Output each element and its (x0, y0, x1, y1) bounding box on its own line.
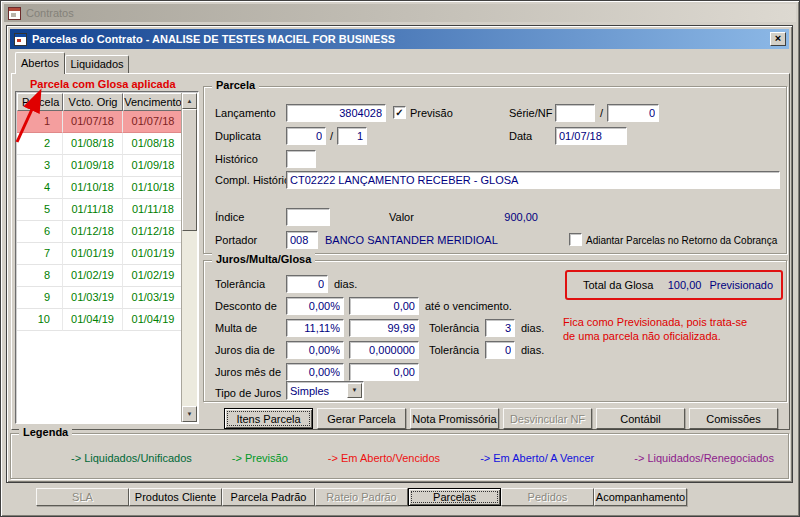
portador-name: BANCO SANTANDER MERIDIOAL (325, 234, 498, 246)
juros-dia-tolerancia-input[interactable] (485, 341, 515, 359)
grid-scrollbar[interactable]: ▲ ▼ (181, 93, 197, 422)
table-row[interactable]: 701/01/1901/01/19 (17, 243, 183, 265)
table-cell: 01/07/18 (63, 111, 123, 133)
multa-tolerancia-input[interactable] (485, 319, 515, 337)
acompanhamento-button[interactable]: Acompanhamento (594, 488, 687, 506)
tab-abertos[interactable]: Abertos (15, 52, 65, 74)
total-glosa-box: Total da Glosa 100,00 Previsionado (565, 270, 783, 300)
duplicata-slash: / (330, 130, 333, 142)
juros-mes-pct-input[interactable] (286, 363, 344, 381)
dialog-icon (14, 33, 27, 46)
action-button-row: Itens ParcelaGerar ParcelaNota Promissór… (224, 408, 778, 429)
serie-nf-slash: / (600, 107, 603, 119)
parcela-padrao-button[interactable]: Parcela Padrão (222, 488, 315, 506)
legend-items: -> Liquidados/Unificados-> Previsão-> Em… (71, 452, 774, 464)
previsionada-annotation: Fica como Previsionada, pois trata-se de… (563, 315, 747, 343)
table-row[interactable]: 501/11/1801/11/18 (17, 199, 183, 221)
rateio-padrao-button[interactable]: Rateio Padrão (315, 488, 408, 506)
juros-dia-pct-input[interactable] (286, 341, 344, 359)
grid-rows: 101/07/1801/07/18201/08/1801/08/18301/09… (17, 111, 183, 422)
table-row[interactable]: 401/10/1801/10/18 (17, 177, 183, 199)
adiantar-label: Adiantar Parcelas no Retorno da Cobrança (586, 235, 777, 246)
dialog-titlebar: Parcelas do Contrato - ANALISE DE TESTES… (10, 29, 789, 49)
comissoes-button[interactable]: Comissões (689, 408, 778, 429)
tab-liquidados[interactable]: Liquidados (65, 55, 129, 73)
juros-dia-dias-label: dias. (521, 344, 544, 356)
total-glosa-value: 100,00 (668, 279, 702, 291)
juros-dia-tolerancia-label: Tolerância (429, 344, 479, 356)
previsao-checkbox[interactable]: ✓ (393, 106, 406, 119)
desconto-valor-input[interactable] (349, 297, 419, 315)
desvincular-nf-button[interactable]: Desvincular NF (503, 408, 592, 429)
table-row[interactable]: 301/09/1801/09/18 (17, 155, 183, 177)
tipo-juros-value: Simples (287, 385, 347, 397)
table-cell: 01/10/18 (63, 177, 123, 199)
contabil-button[interactable]: Contábil (596, 408, 685, 429)
serie-nf-input[interactable] (555, 104, 595, 122)
chevron-down-icon[interactable]: ▼ (347, 383, 362, 398)
tolerancia-input[interactable] (286, 275, 328, 293)
table-cell: 01/12/18 (123, 221, 183, 243)
previsionada-line2: de uma parcela não oficializada. (563, 329, 747, 343)
table-cell: 01/01/19 (63, 243, 123, 265)
duplicata-label: Duplicata (215, 130, 261, 142)
column-header-vcto-orig[interactable]: Vcto. Orig (63, 93, 123, 111)
table-cell: 7 (17, 243, 63, 265)
table-row[interactable]: 601/12/1801/12/18 (17, 221, 183, 243)
historico-input[interactable] (286, 150, 316, 168)
column-header-vencimento[interactable]: Vencimento (123, 93, 183, 111)
gerar-parcela-button[interactable]: Gerar Parcela (317, 408, 406, 429)
valor-value: 900,00 (473, 211, 538, 223)
lancamento-input[interactable] (286, 104, 386, 122)
scroll-down-icon[interactable]: ▼ (182, 406, 197, 422)
scroll-thumb[interactable] (182, 109, 197, 231)
produtos-cliente-button[interactable]: Produtos Cliente (129, 488, 222, 506)
tipo-juros-select[interactable]: Simples ▼ (286, 381, 364, 400)
previsao-label: Previsão (410, 107, 453, 119)
legend-item-liquidados-renegociados: -> Liquidados/Renegociados (634, 452, 774, 464)
table-cell: 01/03/19 (63, 287, 123, 309)
close-icon[interactable]: × (770, 32, 786, 46)
table-cell: 4 (17, 177, 63, 199)
app-title: Contratos (26, 7, 74, 19)
nota-promissoria-button[interactable]: Nota Promissória (410, 408, 499, 429)
serie-nf-number-input[interactable] (607, 104, 659, 122)
historico-label: Histórico (215, 153, 258, 165)
table-cell: 01/11/18 (63, 199, 123, 221)
itens-parcela-button[interactable]: Itens Parcela (224, 408, 313, 429)
indice-input[interactable] (286, 208, 330, 226)
valor-label: Valor (389, 211, 414, 223)
portador-input[interactable] (286, 231, 318, 249)
table-row[interactable]: 801/02/1901/02/19 (17, 265, 183, 287)
outer-titlebar: Contratos (4, 4, 796, 22)
data-input[interactable] (555, 127, 627, 145)
juros-mes-valor-input[interactable] (349, 363, 419, 381)
table-cell: 01/03/19 (123, 287, 183, 309)
total-glosa-status: Previsionado (709, 279, 773, 291)
duplicata-input[interactable] (286, 127, 326, 145)
parcela-group-title: Parcela (212, 79, 259, 91)
adiantar-checkbox[interactable] (569, 233, 582, 246)
pedidos-button[interactable]: Pedidos (501, 488, 594, 506)
duplicata-seq-input[interactable] (337, 127, 367, 145)
table-cell: 01/09/18 (63, 155, 123, 177)
table-row[interactable]: 1001/04/1901/04/19 (17, 309, 183, 331)
legend-item-em-aberto-a-vencer: -> Em Aberto/ A Vencer (480, 452, 594, 464)
table-cell: 01/01/19 (123, 243, 183, 265)
juros-dia-valor-input[interactable] (349, 341, 419, 359)
sla-button[interactable]: SLA (36, 488, 129, 506)
table-row[interactable]: 901/03/1901/03/19 (17, 287, 183, 309)
table-cell: 10 (17, 309, 63, 331)
scroll-up-icon[interactable]: ▲ (182, 93, 197, 109)
multa-pct-input[interactable] (286, 319, 344, 337)
dias-label: dias. (334, 278, 357, 290)
total-glosa-label: Total da Glosa (583, 279, 653, 291)
app-icon (8, 7, 21, 20)
multa-tolerancia-label: Tolerância (429, 322, 479, 334)
compl-historico-input[interactable] (286, 171, 780, 189)
multa-valor-input[interactable] (349, 319, 419, 337)
parcelas-button[interactable]: Parcelas (408, 488, 501, 506)
bottom-toolbar: SLAProdutos ClienteParcela PadrãoRateio … (36, 488, 687, 506)
desconto-label: Desconto de (215, 300, 277, 312)
desconto-pct-input[interactable] (286, 297, 344, 315)
